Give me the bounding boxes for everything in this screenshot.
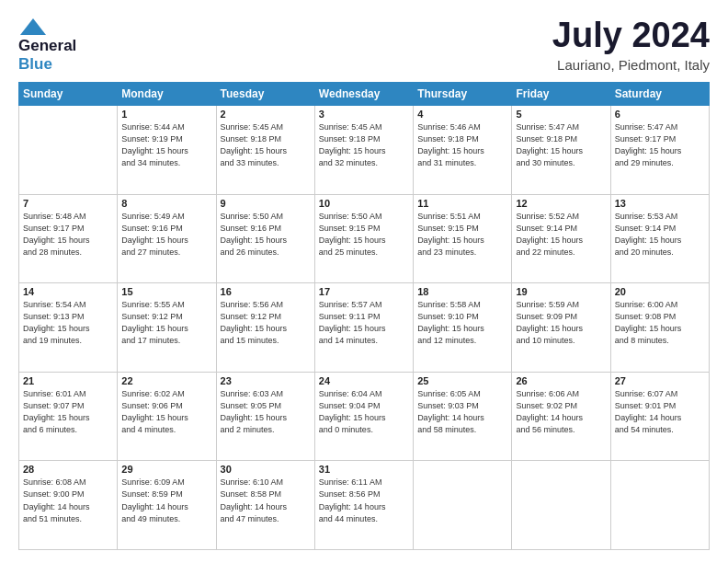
day-info: Sunrise: 5:56 AM Sunset: 9:12 PM Dayligh…: [221, 299, 311, 347]
day-number: 16: [221, 286, 311, 297]
day-info: Sunrise: 5:50 AM Sunset: 9:15 PM Dayligh…: [319, 211, 409, 259]
col-header-wednesday: Wednesday: [314, 83, 413, 106]
calendar-cell: 8Sunrise: 5:49 AM Sunset: 9:16 PM Daylig…: [118, 194, 216, 283]
day-number: 28: [23, 464, 113, 475]
day-info: Sunrise: 5:45 AM Sunset: 9:18 PM Dayligh…: [221, 121, 311, 169]
day-number: 3: [319, 109, 409, 120]
day-info: Sunrise: 6:07 AM Sunset: 9:01 PM Dayligh…: [615, 388, 705, 436]
calendar-cell: 11Sunrise: 5:51 AM Sunset: 9:15 PM Dayli…: [414, 194, 512, 283]
logo: General Blue: [18, 17, 76, 73]
day-info: Sunrise: 6:02 AM Sunset: 9:06 PM Dayligh…: [121, 388, 211, 436]
day-number: 24: [319, 375, 409, 386]
calendar-cell: 31Sunrise: 6:11 AM Sunset: 8:56 PM Dayli…: [314, 461, 413, 550]
calendar-week-row: 14Sunrise: 5:54 AM Sunset: 9:13 PM Dayli…: [19, 283, 710, 373]
day-number: 11: [417, 198, 507, 209]
logo-general: General: [18, 37, 76, 55]
day-number: 17: [319, 286, 409, 297]
calendar-cell: 2Sunrise: 5:45 AM Sunset: 9:18 PM Daylig…: [216, 106, 314, 195]
day-info: Sunrise: 6:08 AM Sunset: 9:00 PM Dayligh…: [23, 477, 113, 524]
day-info: Sunrise: 6:03 AM Sunset: 9:05 PM Dayligh…: [221, 388, 311, 436]
day-number: 12: [516, 198, 606, 209]
calendar-cell: 9Sunrise: 5:50 AM Sunset: 9:16 PM Daylig…: [216, 194, 314, 283]
calendar-cell: 28Sunrise: 6:08 AM Sunset: 9:00 PM Dayli…: [19, 461, 118, 550]
day-info: Sunrise: 5:54 AM Sunset: 9:13 PM Dayligh…: [23, 299, 113, 347]
calendar-cell: 22Sunrise: 6:02 AM Sunset: 9:06 PM Dayli…: [118, 372, 216, 461]
day-info: Sunrise: 5:48 AM Sunset: 9:17 PM Dayligh…: [23, 211, 113, 259]
calendar-cell: [19, 106, 118, 195]
day-number: 29: [121, 464, 211, 475]
calendar-cell: 7Sunrise: 5:48 AM Sunset: 9:17 PM Daylig…: [19, 194, 118, 283]
day-info: Sunrise: 6:00 AM Sunset: 9:08 PM Dayligh…: [615, 299, 705, 347]
day-number: 14: [23, 286, 113, 297]
calendar-cell: 23Sunrise: 6:03 AM Sunset: 9:05 PM Dayli…: [216, 372, 314, 461]
day-info: Sunrise: 6:10 AM Sunset: 8:58 PM Dayligh…: [221, 477, 311, 524]
day-number: 8: [121, 198, 211, 209]
day-number: 21: [23, 375, 113, 386]
day-number: 26: [516, 375, 606, 386]
calendar-cell: 24Sunrise: 6:04 AM Sunset: 9:04 PM Dayli…: [314, 372, 413, 461]
calendar-cell: 15Sunrise: 5:55 AM Sunset: 9:12 PM Dayli…: [118, 283, 216, 373]
title-block: July 2024 Lauriano, Piedmont, Italy: [552, 17, 710, 73]
day-info: Sunrise: 5:55 AM Sunset: 9:12 PM Dayligh…: [121, 299, 211, 347]
calendar-cell: 20Sunrise: 6:00 AM Sunset: 9:08 PM Dayli…: [610, 283, 709, 373]
day-number: 13: [615, 198, 705, 209]
col-header-friday: Friday: [512, 83, 610, 106]
day-number: 1: [121, 109, 211, 120]
day-info: Sunrise: 6:06 AM Sunset: 9:02 PM Dayligh…: [516, 388, 606, 436]
month-title: July 2024: [552, 17, 710, 55]
location-subtitle: Lauriano, Piedmont, Italy: [552, 57, 710, 73]
day-info: Sunrise: 5:57 AM Sunset: 9:11 PM Dayligh…: [319, 299, 409, 347]
calendar-header-row: SundayMondayTuesdayWednesdayThursdayFrid…: [19, 83, 710, 106]
calendar-cell: 29Sunrise: 6:09 AM Sunset: 8:59 PM Dayli…: [118, 461, 216, 550]
day-info: Sunrise: 6:11 AM Sunset: 8:56 PM Dayligh…: [319, 477, 409, 524]
day-number: 27: [615, 375, 705, 386]
calendar-table: SundayMondayTuesdayWednesdayThursdayFrid…: [18, 82, 710, 550]
calendar-cell: 3Sunrise: 5:45 AM Sunset: 9:18 PM Daylig…: [314, 106, 413, 195]
calendar-cell: 26Sunrise: 6:06 AM Sunset: 9:02 PM Dayli…: [512, 372, 610, 461]
calendar-cell: 30Sunrise: 6:10 AM Sunset: 8:58 PM Dayli…: [216, 461, 314, 550]
calendar-cell: 13Sunrise: 5:53 AM Sunset: 9:14 PM Dayli…: [610, 194, 709, 283]
calendar-cell: [610, 461, 709, 550]
calendar-cell: 16Sunrise: 5:56 AM Sunset: 9:12 PM Dayli…: [216, 283, 314, 373]
calendar-cell: 27Sunrise: 6:07 AM Sunset: 9:01 PM Dayli…: [610, 372, 709, 461]
day-number: 6: [615, 109, 705, 120]
calendar-cell: 18Sunrise: 5:58 AM Sunset: 9:10 PM Dayli…: [414, 283, 512, 373]
calendar-cell: 10Sunrise: 5:50 AM Sunset: 9:15 PM Dayli…: [314, 194, 413, 283]
calendar-cell: 25Sunrise: 6:05 AM Sunset: 9:03 PM Dayli…: [414, 372, 512, 461]
day-info: Sunrise: 6:01 AM Sunset: 9:07 PM Dayligh…: [23, 388, 113, 436]
day-info: Sunrise: 5:45 AM Sunset: 9:18 PM Dayligh…: [319, 121, 409, 169]
calendar-cell: 5Sunrise: 5:47 AM Sunset: 9:18 PM Daylig…: [512, 106, 610, 195]
day-number: 9: [221, 198, 311, 209]
day-info: Sunrise: 5:52 AM Sunset: 9:14 PM Dayligh…: [516, 211, 606, 259]
calendar-cell: [414, 461, 512, 550]
day-number: 5: [516, 109, 606, 120]
day-info: Sunrise: 5:50 AM Sunset: 9:16 PM Dayligh…: [221, 211, 311, 259]
day-info: Sunrise: 5:58 AM Sunset: 9:10 PM Dayligh…: [417, 299, 507, 347]
day-number: 15: [121, 286, 211, 297]
calendar-cell: 17Sunrise: 5:57 AM Sunset: 9:11 PM Dayli…: [314, 283, 413, 373]
col-header-tuesday: Tuesday: [216, 83, 314, 106]
calendar-cell: 4Sunrise: 5:46 AM Sunset: 9:18 PM Daylig…: [414, 106, 512, 195]
col-header-saturday: Saturday: [610, 83, 709, 106]
day-info: Sunrise: 5:44 AM Sunset: 9:19 PM Dayligh…: [121, 121, 211, 169]
day-info: Sunrise: 5:53 AM Sunset: 9:14 PM Dayligh…: [615, 211, 705, 259]
calendar-week-row: 28Sunrise: 6:08 AM Sunset: 9:00 PM Dayli…: [19, 461, 710, 550]
svg-marker-0: [20, 18, 46, 35]
day-info: Sunrise: 5:47 AM Sunset: 9:17 PM Dayligh…: [615, 121, 705, 169]
day-info: Sunrise: 5:59 AM Sunset: 9:09 PM Dayligh…: [516, 299, 606, 347]
day-number: 23: [221, 375, 311, 386]
day-number: 19: [516, 286, 606, 297]
day-number: 20: [615, 286, 705, 297]
day-info: Sunrise: 6:04 AM Sunset: 9:04 PM Dayligh…: [319, 388, 409, 436]
calendar-cell: 19Sunrise: 5:59 AM Sunset: 9:09 PM Dayli…: [512, 283, 610, 373]
col-header-thursday: Thursday: [414, 83, 512, 106]
logo-icon: [18, 17, 48, 37]
day-number: 10: [319, 198, 409, 209]
day-number: 7: [23, 198, 113, 209]
header: General Blue July 2024 Lauriano, Piedmon…: [18, 17, 710, 73]
day-info: Sunrise: 5:49 AM Sunset: 9:16 PM Dayligh…: [121, 211, 211, 259]
day-number: 25: [417, 375, 507, 386]
day-number: 18: [417, 286, 507, 297]
day-info: Sunrise: 5:51 AM Sunset: 9:15 PM Dayligh…: [417, 211, 507, 259]
calendar-week-row: 21Sunrise: 6:01 AM Sunset: 9:07 PM Dayli…: [19, 372, 710, 461]
